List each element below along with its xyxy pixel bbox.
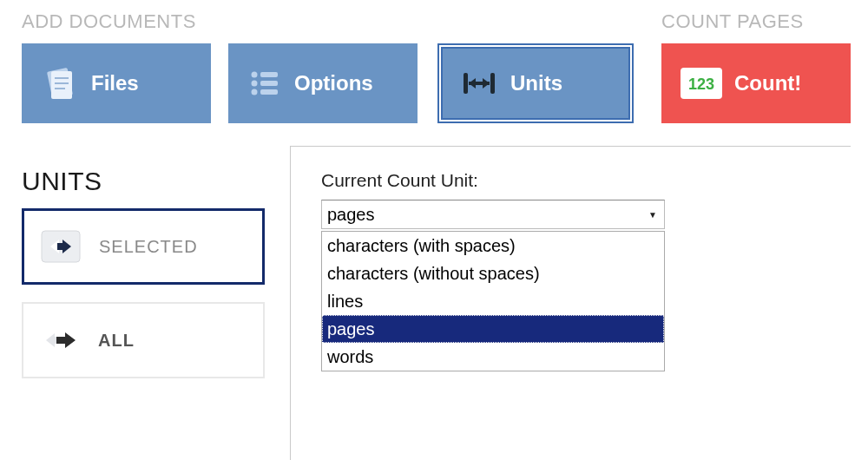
units-all-filter[interactable]: ALL xyxy=(22,302,265,378)
svg-point-5 xyxy=(252,72,258,78)
all-arrow-icon xyxy=(36,316,84,365)
options-icon xyxy=(247,66,282,101)
files-icon xyxy=(41,64,79,102)
svg-marker-22 xyxy=(56,332,76,348)
unit-option-chars-with-spaces[interactable]: characters (with spaces) xyxy=(322,232,664,260)
svg-marker-14 xyxy=(469,78,476,89)
current-unit-value: pages xyxy=(327,205,375,225)
files-button[interactable]: Files xyxy=(22,43,211,123)
units-selected-filter[interactable]: SELECTED xyxy=(22,208,265,285)
files-button-label: Files xyxy=(91,71,139,95)
svg-rect-10 xyxy=(260,89,278,95)
count-button-label: Count! xyxy=(734,71,801,95)
svg-point-7 xyxy=(252,81,258,87)
options-button[interactable]: Options xyxy=(228,43,418,123)
unit-option-words[interactable]: words xyxy=(322,343,664,371)
units-button[interactable]: Units xyxy=(437,43,634,123)
svg-rect-8 xyxy=(260,81,278,86)
svg-point-9 xyxy=(252,89,258,95)
svg-rect-11 xyxy=(464,73,468,94)
units-all-label: ALL xyxy=(98,331,135,351)
units-button-label: Units xyxy=(510,71,562,95)
unit-option-pages[interactable]: pages xyxy=(322,315,664,343)
options-button-label: Options xyxy=(294,71,373,95)
123-badge-icon: 123 xyxy=(681,68,722,99)
svg-text:123: 123 xyxy=(688,76,714,93)
count-pages-header: COUNT PAGES xyxy=(661,10,804,33)
add-documents-header: ADD DOCUMENTS xyxy=(22,10,196,33)
unit-dropdown-list[interactable]: characters (with spaces) characters (wit… xyxy=(321,231,665,371)
svg-rect-12 xyxy=(490,73,495,94)
unit-option-chars-without-spaces[interactable]: characters (without spaces) xyxy=(322,260,664,287)
unit-option-lines[interactable]: lines xyxy=(322,287,664,315)
svg-rect-1 xyxy=(51,71,72,99)
svg-rect-6 xyxy=(260,72,278,77)
svg-marker-15 xyxy=(483,78,490,89)
resize-horizontal-icon xyxy=(460,66,498,101)
dropdown-arrow-icon: ▼ xyxy=(648,210,657,220)
units-selected-label: SELECTED xyxy=(99,237,198,257)
units-section-title: UNITS xyxy=(22,167,102,196)
current-unit-select[interactable]: pages ▼ xyxy=(321,200,665,229)
selected-arrow-icon xyxy=(36,222,85,271)
count-button[interactable]: 123 Count! xyxy=(661,43,851,123)
current-unit-label: Current Count Unit: xyxy=(321,170,478,191)
